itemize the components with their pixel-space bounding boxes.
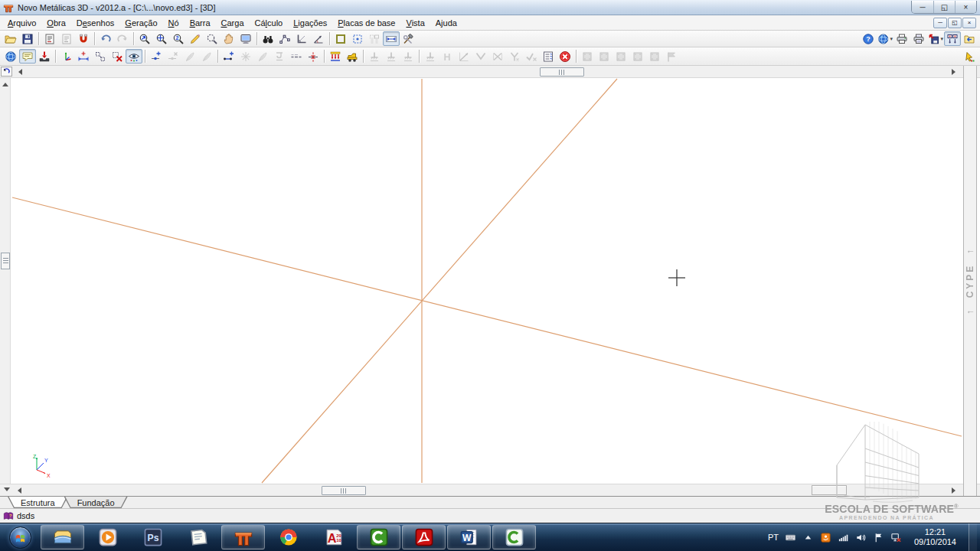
tab-estrutura[interactable]: Estrutura (8, 497, 68, 508)
new-node-button[interactable] (148, 49, 165, 64)
ortho-button[interactable] (332, 31, 349, 46)
scroll-left-button[interactable] (14, 67, 25, 77)
print-button[interactable] (893, 31, 910, 46)
comments-button[interactable] (19, 49, 36, 64)
menu-desenhos[interactable]: Desenhos (71, 16, 120, 30)
taskbar-notepad[interactable] (176, 525, 220, 549)
taskbar-media-player[interactable] (86, 525, 129, 549)
dropdown-arrow-icon[interactable]: ▾ (890, 36, 893, 42)
zoom-window-button[interactable] (136, 31, 153, 46)
menu-vista[interactable]: Vista (401, 16, 430, 30)
scroll-down-button[interactable] (1, 485, 12, 495)
taskbar-camtasia-recorder[interactable] (357, 525, 400, 549)
previous-window-button[interactable] (961, 31, 978, 46)
element-select-button[interactable] (961, 49, 978, 64)
dimensions-button[interactable] (383, 31, 400, 46)
print-preview-button[interactable] (910, 31, 927, 46)
loads-button[interactable] (327, 49, 344, 64)
tray-app-icon[interactable] (820, 532, 831, 543)
window-layout-button[interactable] (944, 31, 961, 46)
help-button[interactable] (860, 31, 877, 46)
menu-calculo[interactable]: Cálculo (250, 16, 289, 30)
select-nodes-button[interactable] (92, 49, 109, 64)
clock[interactable]: 12:21 09/10/2014 (908, 527, 962, 547)
tray-volume-icon[interactable] (855, 532, 867, 543)
taskbar-chrome[interactable] (266, 525, 310, 549)
taskbar-adobe-reader[interactable] (402, 525, 446, 549)
dropdown-arrow-icon[interactable]: ▾ (940, 36, 943, 42)
visibility-button[interactable] (126, 49, 142, 64)
taskbar-word[interactable] (447, 525, 491, 549)
menu-no[interactable]: Nó (163, 16, 185, 30)
view-3d-button[interactable]: ▾ (877, 31, 893, 46)
split-bar-button[interactable] (288, 49, 305, 64)
mdi-close-button[interactable]: × (962, 18, 976, 28)
language-indicator[interactable]: PT (768, 533, 779, 542)
zoom-frame-button[interactable] (204, 31, 220, 46)
mdi-restore-button[interactable]: ◱ (948, 18, 962, 28)
scroll-left-button[interactable] (13, 485, 24, 495)
top-scroll-thumb[interactable] (540, 67, 584, 77)
delete-selection-button[interactable] (109, 49, 126, 64)
config-tools-button[interactable] (400, 31, 416, 46)
menu-placas-de-base[interactable]: Placas de base (332, 16, 400, 30)
redraw-button[interactable] (237, 31, 254, 46)
angle-ruler-button[interactable] (293, 31, 310, 46)
results-list-button[interactable] (540, 49, 557, 64)
menu-geracao[interactable]: Geração (119, 16, 162, 30)
new-dimension-button[interactable] (75, 49, 92, 64)
close-button[interactable]: × (955, 1, 976, 13)
zoom-previous-button[interactable] (170, 31, 187, 46)
menu-ligacoes[interactable]: Ligações (288, 16, 332, 30)
menu-barra[interactable]: Barra (185, 16, 216, 30)
reference-axes-button[interactable] (58, 49, 75, 64)
bottom-scroll-thumb[interactable] (322, 486, 366, 495)
zoom-extents-button[interactable] (153, 31, 170, 46)
tray-network-error-icon[interactable] (890, 532, 902, 543)
restore-button[interactable]: ◱ (933, 1, 955, 13)
scroll-right-button[interactable] (949, 485, 960, 495)
tab-fundacao[interactable]: Fundação (64, 497, 128, 508)
delete-bar-button[interactable] (305, 49, 322, 64)
tray-signal-icon[interactable] (838, 532, 849, 543)
show-desktop-button[interactable] (969, 523, 977, 551)
load-cases-button[interactable] (344, 49, 361, 64)
tray-hidden-icons-button[interactable] (802, 532, 814, 543)
tray-action-center-icon[interactable] (873, 532, 884, 543)
menu-obra[interactable]: Obra (41, 16, 70, 30)
menu-arquivo[interactable]: Arquivo (2, 16, 41, 30)
taskbar-autocad[interactable] (312, 525, 355, 549)
export-save-button[interactable]: ▾ (927, 31, 944, 46)
undo-button[interactable] (97, 31, 114, 46)
dxf-template-button[interactable] (41, 31, 58, 46)
measure-button[interactable] (187, 31, 204, 46)
minimize-button[interactable]: ─ (912, 1, 933, 13)
open-button[interactable] (2, 31, 19, 46)
taskbar-camtasia-studio[interactable] (492, 525, 536, 549)
taskbar-explorer[interactable] (41, 525, 84, 549)
snap-settings-button[interactable] (349, 31, 366, 46)
new-bar-button[interactable] (220, 49, 237, 64)
tray-keyboard-icon[interactable] (785, 532, 796, 543)
view-sphere-button[interactable] (2, 49, 19, 64)
mdi-minimize-button[interactable]: ─ (933, 18, 947, 28)
drawing-canvas[interactable]: Z Y X (0, 78, 980, 484)
taskbar-metalicas-3d[interactable] (221, 525, 265, 549)
save-button[interactable] (19, 31, 36, 46)
start-button[interactable] (0, 523, 40, 551)
import-job-button[interactable] (36, 49, 53, 64)
scroll-right-button[interactable] (949, 67, 960, 77)
scroll-up-button[interactable] (1, 79, 10, 89)
move-nodes-button[interactable] (276, 31, 293, 46)
pan-button[interactable] (220, 31, 237, 46)
menu-ajuda[interactable]: Ajuda (430, 16, 462, 30)
search-button[interactable] (260, 31, 276, 46)
snap-magnet-button[interactable] (75, 31, 92, 46)
calculate-stop-button[interactable] (557, 49, 573, 64)
menu-carga[interactable]: Carga (216, 16, 250, 30)
rotate-view-button[interactable] (1, 67, 12, 77)
taskbar-photoshop[interactable] (131, 525, 175, 549)
protractor-button[interactable] (310, 31, 327, 46)
pane-splitter[interactable] (812, 485, 847, 495)
left-scroll-thumb[interactable] (1, 253, 10, 269)
